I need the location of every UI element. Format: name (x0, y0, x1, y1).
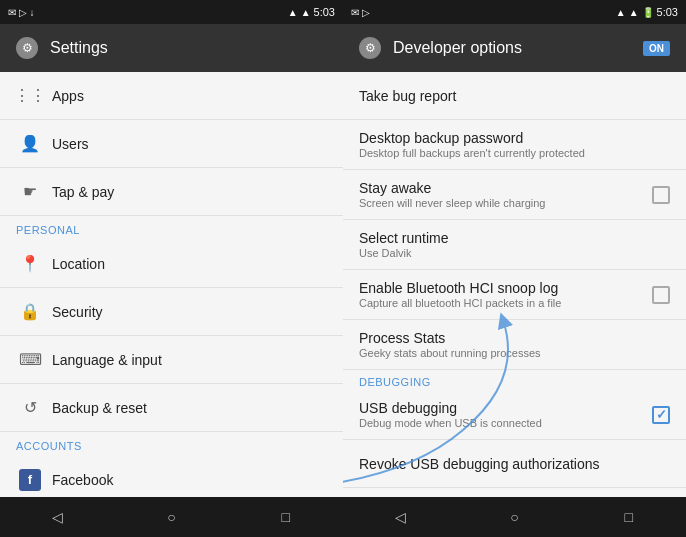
apps-icon: ⋮⋮ (16, 86, 44, 105)
dev-item-stay-awake[interactable]: Stay awake Screen will never sleep while… (343, 170, 686, 220)
menu-item-apps[interactable]: ⋮⋮ Apps (0, 72, 343, 120)
tap-pay-label: Tap & pay (52, 184, 327, 200)
stay-awake-checkbox[interactable] (652, 186, 670, 204)
dev-item-backup-pwd[interactable]: Desktop backup password Desktop full bac… (343, 120, 686, 170)
users-label: Users (52, 136, 327, 152)
dev-item-bug-report[interactable]: Take bug report (343, 72, 686, 120)
dev-gear-icon: ⚙ (359, 37, 381, 59)
process-stats-label: Process Stats (359, 330, 670, 346)
left-status-right: ▲ ▲ 5:03 (288, 6, 335, 18)
dev-item-usb-debug[interactable]: USB debugging Debug mode when USB is con… (343, 390, 686, 440)
left-status-icons: ✉ ▷ ↓ (8, 7, 35, 18)
usb-debug-label: USB debugging (359, 400, 652, 416)
revoke-usb-label: Revoke USB debugging authorizations (359, 456, 670, 472)
right-signal-icon: ▲ (629, 7, 639, 18)
menu-item-tap-pay[interactable]: ☛ Tap & pay (0, 168, 343, 216)
right-back-button[interactable]: ◁ (380, 502, 420, 532)
location-label: Location (52, 256, 327, 272)
stay-awake-sub: Screen will never sleep while charging (359, 197, 652, 209)
location-icon: 📍 (16, 254, 44, 273)
left-home-button[interactable]: ○ (151, 502, 191, 532)
left-recents-button[interactable]: □ (266, 502, 306, 532)
personal-section: PERSONAL (0, 216, 343, 240)
backup-pwd-label: Desktop backup password (359, 130, 670, 146)
menu-item-language[interactable]: ⌨ Language & input (0, 336, 343, 384)
security-label: Security (52, 304, 327, 320)
tap-icon: ☛ (16, 182, 44, 201)
right-time: 5:03 (657, 6, 678, 18)
right-wifi-icon: ▲ (616, 7, 626, 18)
security-icon: 🔒 (16, 302, 44, 321)
right-bottom-nav: ◁ ○ □ (343, 497, 686, 537)
runtime-sub: Use Dalvik (359, 247, 670, 259)
left-bottom-nav: ◁ ○ □ (0, 497, 343, 537)
menu-item-facebook[interactable]: f Facebook (0, 456, 343, 497)
process-stats-sub: Geeky stats about running processes (359, 347, 670, 359)
bluetooth-hci-checkbox[interactable] (652, 286, 670, 304)
apps-label: Apps (52, 88, 327, 104)
bug-report-label: Take bug report (359, 88, 670, 104)
left-back-button[interactable]: ◁ (37, 502, 77, 532)
settings-gear-icon: ⚙ (16, 37, 38, 59)
right-recents-button[interactable]: □ (609, 502, 649, 532)
users-icon: 👤 (16, 134, 44, 153)
right-notification-icons: ✉ ▷ (351, 7, 370, 18)
backup-icon: ↺ (16, 398, 44, 417)
bluetooth-hci-label: Enable Bluetooth HCI snoop log (359, 280, 652, 296)
dev-item-process-stats[interactable]: Process Stats Geeky stats about running … (343, 320, 686, 370)
left-content: ⋮⋮ Apps 👤 Users ☛ Tap & pay PERSONAL 📍 L… (0, 72, 343, 497)
dev-item-power-menu-bug[interactable]: Power menu bug reports Include option in… (343, 488, 686, 497)
right-status-icons: ✉ ▷ (351, 7, 370, 18)
usb-debug-checkbox[interactable] (652, 406, 670, 424)
dev-item-revoke-usb[interactable]: Revoke USB debugging authorizations (343, 440, 686, 488)
dev-item-select-runtime[interactable]: Select runtime Use Dalvik (343, 220, 686, 270)
bluetooth-hci-sub: Capture all bluetooth HCI packets in a f… (359, 297, 652, 309)
wifi-icon: ▲ (288, 7, 298, 18)
facebook-label: Facebook (52, 472, 327, 488)
dev-item-bluetooth-hci[interactable]: Enable Bluetooth HCI snoop log Capture a… (343, 270, 686, 320)
backup-label: Backup & reset (52, 400, 327, 416)
right-battery-icon: 🔋 (642, 7, 654, 18)
language-icon: ⌨ (16, 350, 44, 369)
usb-debug-sub: Debug mode when USB is connected (359, 417, 652, 429)
menu-item-users[interactable]: 👤 Users (0, 120, 343, 168)
left-header: ⚙ Settings (0, 24, 343, 72)
right-header: ⚙ Developer options ON (343, 24, 686, 72)
signal-icon: ▲ (301, 7, 311, 18)
right-status-bar: ✉ ▷ ▲ ▲ 🔋 5:03 (343, 0, 686, 24)
accounts-section: ACCOUNTS (0, 432, 343, 456)
debugging-section-header: DEBUGGING (343, 370, 686, 390)
menu-item-location[interactable]: 📍 Location (0, 240, 343, 288)
left-panel: ✉ ▷ ↓ ▲ ▲ 5:03 ⚙ Settings ⋮⋮ Apps 👤 User… (0, 0, 343, 537)
menu-item-backup[interactable]: ↺ Backup & reset (0, 384, 343, 432)
right-content: Take bug report Desktop backup password … (343, 72, 686, 497)
left-time: 5:03 (314, 6, 335, 18)
menu-item-security[interactable]: 🔒 Security (0, 288, 343, 336)
left-header-title: Settings (50, 39, 327, 57)
left-status-bar: ✉ ▷ ↓ ▲ ▲ 5:03 (0, 0, 343, 24)
stay-awake-label: Stay awake (359, 180, 652, 196)
dev-toggle[interactable]: ON (643, 41, 670, 56)
right-header-title: Developer options (393, 39, 631, 57)
notification-icons: ✉ ▷ ↓ (8, 7, 35, 18)
runtime-label: Select runtime (359, 230, 670, 246)
facebook-icon: f (16, 469, 44, 491)
language-label: Language & input (52, 352, 327, 368)
right-panel: ✉ ▷ ▲ ▲ 🔋 5:03 ⚙ Developer options ON Ta… (343, 0, 686, 537)
right-home-button[interactable]: ○ (494, 502, 534, 532)
backup-pwd-sub: Desktop full backups aren't currently pr… (359, 147, 670, 159)
right-status-right: ▲ ▲ 🔋 5:03 (616, 6, 678, 18)
